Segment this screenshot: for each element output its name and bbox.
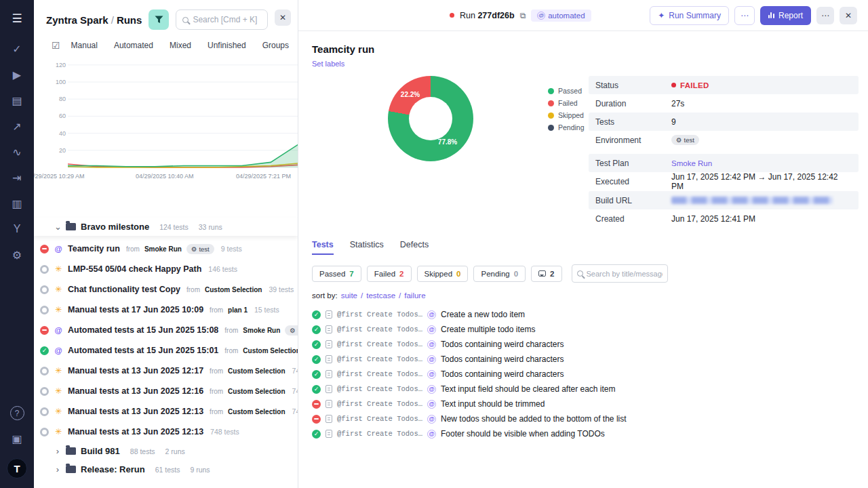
filter-pending[interactable]: Pending0 — [473, 266, 526, 282]
menu-icon[interactable]: ☰ — [7, 9, 26, 27]
pulse-icon[interactable]: ∿ — [7, 143, 26, 161]
run-source: Custom Selection — [228, 388, 285, 395]
runs-icon[interactable]: ▶ — [7, 66, 26, 83]
panel-close-button[interactable]: ✕ — [275, 9, 291, 26]
folder-icon — [66, 223, 76, 230]
test-row[interactable]: ✓@first Create Todos…@Todos containing w… — [312, 337, 859, 352]
run-row[interactable]: ✳Manual tests at 17 Jun 2025 10:09frompl… — [34, 300, 298, 320]
passed-status-icon: ✓ — [312, 355, 321, 364]
test-row[interactable]: @first Create Todos…@Text input should b… — [312, 396, 859, 411]
more-options-button[interactable]: ⋯ — [816, 7, 834, 24]
chevron-down-icon[interactable]: ⌄ — [54, 222, 61, 232]
test-row[interactable]: ✓@first Create Todos…@Todos containing w… — [312, 367, 859, 382]
run-tests-count: 39 tests — [269, 285, 294, 293]
test-plan-link[interactable]: Smoke Run — [671, 159, 712, 167]
detail-value: ⚙test — [671, 135, 699, 145]
svg-text:40: 40 — [59, 130, 66, 137]
automated-icon: @ — [427, 370, 436, 379]
sort-by-failure[interactable]: failure — [404, 291, 425, 300]
test-suite: @first Create Todos… — [337, 355, 422, 363]
run-row[interactable]: @Teamcity runfromSmoke Run⚙test9 tests — [34, 239, 298, 259]
filter-failed[interactable]: Failed2 — [367, 266, 412, 282]
runs-list: ⌄Bravo milestone124 tests33 runs@Teamcit… — [34, 186, 298, 488]
group-row-bravo-milestone[interactable]: ⌄Bravo milestone124 tests33 runs — [34, 218, 298, 236]
legend-label: Passed — [558, 87, 582, 95]
tab-manual[interactable]: Manual — [71, 41, 98, 50]
run-row[interactable]: ✳Chat functionality test CopyfromCustom … — [34, 279, 298, 300]
test-row[interactable]: ✓@first Create Todos…@Footer should be v… — [312, 426, 859, 441]
summary-more-button[interactable]: ⋯ — [734, 6, 755, 25]
breadcrumb-project[interactable]: Zyntra Spark — [46, 14, 108, 26]
filter-count: 0 — [514, 270, 518, 278]
test-row[interactable]: ✓@first Create Todos…@Todos containing w… — [312, 352, 859, 367]
tab-tests[interactable]: Tests — [312, 240, 334, 255]
run-status-dot — [450, 13, 454, 18]
sort-by-testcase[interactable]: testcase — [366, 291, 395, 300]
tab-mixed[interactable]: Mixed — [170, 41, 191, 50]
pending-status-icon — [40, 306, 49, 314]
run-row[interactable]: @Automated tests at 15 Jun 2025 15:08fro… — [34, 320, 298, 340]
comments-filter[interactable]: 2 — [531, 266, 561, 282]
failed-percentage-label: 22.2% — [401, 91, 420, 98]
branch-icon[interactable]: Y — [7, 220, 26, 238]
chevron-right-icon[interactable]: › — [54, 446, 61, 456]
app-logo[interactable]: T — [7, 458, 27, 479]
sidebar-top-icons: ☰✓▶▤↗∿⇥▥Y⚙ — [7, 9, 26, 272]
run-title: Teamcity run — [312, 43, 859, 55]
run-row[interactable]: ✓@Automated tests at 15 Jun 2025 15:01fr… — [34, 340, 298, 361]
tab-groups[interactable]: Groups — [262, 41, 289, 50]
passed-status-icon: ✓ — [312, 385, 321, 394]
test-row[interactable]: @first Create Todos…@New todos should be… — [312, 411, 859, 426]
run-row[interactable]: ✳Manual tests at 13 Jun 2025 12:13fromCu… — [34, 401, 298, 422]
donut-legend: PassedFailedSkippedPending — [548, 87, 585, 131]
sort-by-label: sort by: — [312, 291, 338, 300]
tab-statistics[interactable]: Statistics — [350, 240, 384, 255]
copy-icon[interactable]: ⧉ — [520, 11, 526, 20]
analytics-icon[interactable]: ▥ — [7, 195, 26, 212]
settings-icon[interactable]: ⚙ — [7, 246, 26, 264]
tests-icon[interactable]: ✓ — [7, 40, 26, 58]
filter-button[interactable] — [149, 9, 169, 30]
projects-icon[interactable]: ▣ — [7, 430, 26, 447]
run-row[interactable]: ✳Manual tests at 13 Jun 2025 12:13748 te… — [34, 422, 298, 442]
group-row-release-rerun[interactable]: ›Release: Rerun61 tests9 runs — [34, 460, 298, 479]
plans-icon[interactable]: ▤ — [7, 92, 26, 109]
report-button[interactable]: Report — [760, 6, 811, 25]
group-row-build-981[interactable]: ›Build 98188 tests2 runs — [34, 442, 298, 460]
sort-by-suite[interactable]: suite — [341, 291, 357, 300]
run-summary-button[interactable]: ✦Run Summary — [650, 6, 729, 25]
close-run-button[interactable]: ✕ — [840, 7, 857, 24]
trend-icon[interactable]: ↗ — [7, 117, 26, 135]
filter-skipped[interactable]: Skipped0 — [417, 266, 469, 282]
select-all-icon[interactable]: ☑ — [52, 40, 60, 51]
passed-status-icon: ✓ — [312, 325, 321, 334]
group-tests-count: 88 tests — [130, 447, 155, 455]
test-title: Create multiple todo items — [441, 325, 535, 334]
run-row[interactable]: ✳Manual tests at 13 Jun 2025 12:17fromCu… — [34, 361, 298, 381]
build-url-redacted[interactable] — [671, 197, 833, 204]
tab-automated[interactable]: Automated — [114, 41, 153, 50]
test-row[interactable]: ✓@first Create Todos…@Create a new todo … — [312, 307, 859, 322]
run-detail-topbar: Run 277df26b ⧉ @automated ✦Run Summary ⋯… — [298, 0, 868, 31]
test-title: New todos should be added to the bottom … — [441, 414, 627, 424]
sidebar-bottom-icons: ?▣ — [7, 406, 26, 455]
breadcrumb-separator: / — [111, 14, 114, 26]
filter-passed[interactable]: Passed7 — [312, 266, 361, 282]
test-row[interactable]: ✓@first Create Todos…@Text input field s… — [312, 382, 859, 396]
tab-defects[interactable]: Defects — [400, 240, 429, 255]
run-row[interactable]: ✳Manual tests at 13 Jun 2025 12:16fromCu… — [34, 381, 298, 401]
automated-badge[interactable]: @automated — [531, 9, 591, 22]
runs-search-input[interactable] — [193, 15, 261, 24]
detail-label: Environment — [595, 136, 671, 145]
pending-status-icon — [40, 285, 49, 294]
tests-search — [572, 264, 668, 283]
tests-search-input[interactable] — [587, 270, 663, 278]
chart-x-label: 04/29/2025 7:21 PM — [236, 173, 291, 180]
test-row[interactable]: ✓@first Create Todos…@Create multiple to… — [312, 322, 859, 337]
run-row[interactable]: ✳LMP-554 05/04 check Happy Path146 tests — [34, 259, 298, 279]
tab-unfinished[interactable]: Unfinished — [208, 41, 246, 50]
import-icon[interactable]: ⇥ — [7, 169, 26, 186]
chevron-right-icon[interactable]: › — [54, 464, 61, 474]
set-labels-link[interactable]: Set labels — [312, 60, 344, 68]
help-icon[interactable]: ? — [10, 406, 24, 420]
